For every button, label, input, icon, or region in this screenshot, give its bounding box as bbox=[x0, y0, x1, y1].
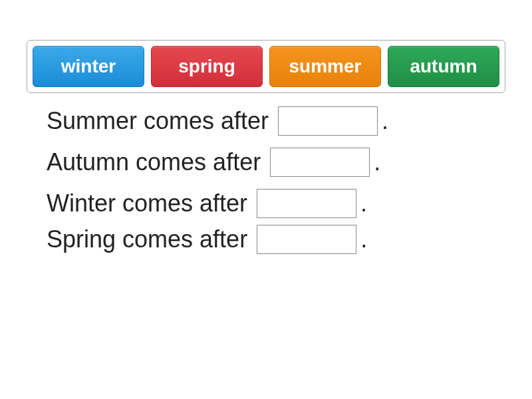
word-bank: winter spring summer autumn bbox=[27, 40, 505, 93]
sentence-word: after bbox=[213, 148, 261, 176]
sentence-period: . bbox=[360, 225, 367, 253]
sentence-word: after bbox=[221, 107, 269, 135]
drop-slot[interactable] bbox=[270, 148, 370, 177]
tile-summer[interactable]: summer bbox=[269, 46, 381, 87]
sentence-word: comes bbox=[136, 148, 206, 176]
sentence-word: Autumn bbox=[47, 148, 129, 176]
drop-slot[interactable] bbox=[257, 189, 356, 218]
sentence-row: Summer comes after . bbox=[47, 106, 505, 136]
sentence-row: Winter comes after . bbox=[47, 189, 505, 218]
sentence-period: . bbox=[374, 148, 380, 176]
sentence-word: Spring bbox=[47, 225, 116, 253]
sentence-word: Winter bbox=[47, 190, 116, 217]
sentence-period: . bbox=[382, 107, 388, 135]
tile-autumn[interactable]: autumn bbox=[388, 46, 499, 87]
sentence-word: Summer bbox=[47, 107, 137, 135]
sentence-row: Spring comes after . bbox=[47, 225, 505, 254]
drop-slot[interactable] bbox=[278, 106, 378, 136]
sentences: Summer comes after . Autumn comes after … bbox=[27, 106, 505, 254]
sentence-word: comes bbox=[122, 190, 193, 217]
sentence-word: comes bbox=[144, 107, 214, 135]
tile-spring[interactable]: spring bbox=[151, 46, 263, 87]
sentence-word: comes bbox=[122, 225, 193, 253]
sentence-word: after bbox=[200, 225, 247, 253]
sentence-row: Autumn comes after . bbox=[47, 148, 505, 177]
sentence-period: . bbox=[360, 190, 367, 217]
sentence-word: after bbox=[200, 190, 247, 217]
tile-winter[interactable]: winter bbox=[33, 46, 144, 87]
drop-slot[interactable] bbox=[257, 225, 356, 254]
